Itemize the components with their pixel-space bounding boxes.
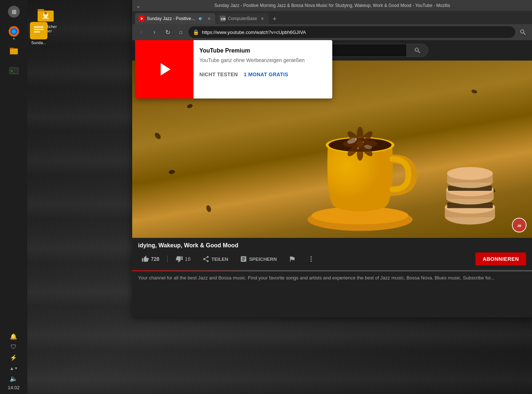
svg-line-22: [524, 33, 525, 35]
youtube-content: YouTube DE: [132, 40, 532, 317]
svg-rect-10: [38, 9, 44, 11]
volume-icon[interactable]: 🔈: [9, 374, 18, 383]
tab-youtube-close[interactable]: ✕: [206, 16, 212, 22]
svg-point-44: [364, 138, 365, 139]
dock-terminal-icon[interactable]: >_: [5, 62, 23, 80]
svg-line-25: [418, 51, 420, 53]
share-button[interactable]: TEILEN: [199, 253, 232, 265]
svg-point-21: [521, 30, 524, 33]
svg-point-59: [310, 256, 311, 258]
dock-browser-icon[interactable]: [5, 23, 23, 40]
svg-text:>_: >_: [11, 69, 15, 73]
like-count: 728: [151, 256, 159, 262]
svg-text:JB: JB: [517, 224, 521, 228]
description-text: Your channel for all the best Jazz and B…: [138, 275, 494, 281]
video-actions: 728 16 TEILEN: [138, 252, 526, 266]
sunda-desktop-icon[interactable]: Sunda...: [30, 22, 47, 45]
time-display: 14:02: [8, 385, 20, 390]
sunda-label: Sunda...: [30, 40, 47, 45]
coffee-cup: [291, 82, 429, 237]
svg-point-43: [357, 147, 359, 149]
tab-computerbase[interactable]: CB ComputerBase ✕: [216, 13, 269, 24]
title-bar: ⌄ Sunday Jazz - Positive Morning Jazz & …: [132, 0, 532, 11]
dock-files-icon[interactable]: [5, 42, 23, 60]
save-button[interactable]: SPEICHERN: [236, 253, 280, 265]
tab-computerbase-label: ComputerBase: [228, 16, 257, 21]
video-info: idying, Wakeup, Work & Good Mood 728: [132, 238, 532, 270]
subscribe-button[interactable]: ABONNIEREN: [475, 252, 526, 266]
dislike-count: 16: [185, 256, 191, 262]
svg-rect-15: [34, 29, 44, 30]
dock-system-icon[interactable]: ⊞: [5, 3, 23, 20]
video-description: Your channel for all the best Jazz and B…: [132, 271, 532, 285]
svg-rect-5: [10, 49, 18, 54]
security-icon: 🔒: [193, 29, 199, 35]
youtube-favicon: [139, 16, 145, 22]
window-title: Sunday Jazz - Positive Morning Jazz & Bo…: [154, 3, 510, 8]
svg-point-42: [363, 142, 364, 143]
svg-point-24: [415, 48, 418, 51]
notification-icon[interactable]: 🔔: [9, 332, 18, 341]
premium-accept-button[interactable]: 1 MONAT GRATIS: [244, 72, 288, 77]
flag-button[interactable]: [285, 253, 299, 265]
more-options-button[interactable]: [304, 253, 318, 265]
macarons: [437, 152, 503, 227]
premium-play-icon: [152, 57, 177, 82]
nav-bar: ‹ › ↻ ⌂ 🔒: [132, 24, 532, 40]
back-button[interactable]: ‹: [136, 27, 147, 38]
dislike-button[interactable]: 16: [172, 253, 194, 265]
svg-point-41: [355, 138, 356, 140]
tab-computerbase-close[interactable]: ✕: [259, 16, 265, 22]
svg-point-61: [310, 260, 311, 262]
yt-search-button[interactable]: [406, 44, 428, 57]
wifi-icon[interactable]: ▲▼: [9, 364, 18, 372]
premium-decline-button[interactable]: NICHT TESTEN: [199, 72, 238, 77]
premium-buttons: NICHT TESTEN 1 MONAT GRATIS: [199, 72, 326, 77]
dock-bottom: 🔔 🛡 ⚡ ▲▼ 🔈 14:02: [8, 332, 20, 394]
premium-title: YouTube Premium: [199, 47, 326, 54]
channel-avatar[interactable]: JB: [512, 218, 527, 232]
action-divider: [167, 255, 168, 263]
premium-popup-content: YouTube Premium YouTube ganz ohne Werbea…: [194, 40, 332, 98]
tab-audio-icon[interactable]: [198, 16, 204, 22]
svg-point-12: [44, 12, 47, 15]
computerbase-favicon: CB: [220, 16, 226, 22]
tab-bar: Sunday Jazz - Positive M ✕ CB ComputerBa…: [132, 11, 532, 24]
share-label: TEILEN: [211, 256, 228, 262]
lightning-icon[interactable]: ⚡: [9, 353, 18, 362]
save-label: SPEICHERN: [249, 256, 277, 262]
browser-window: ⌄ Sunday Jazz - Positive Morning Jazz & …: [132, 0, 532, 317]
shield-icon[interactable]: 🛡: [9, 343, 18, 351]
svg-rect-16: [34, 31, 40, 32]
svg-rect-6: [10, 48, 14, 49]
tab-youtube[interactable]: Sunday Jazz - Positive M ✕: [135, 13, 215, 24]
home-button[interactable]: ⌂: [175, 27, 186, 38]
svg-point-4: [12, 30, 16, 34]
svg-text:CB: CB: [221, 17, 226, 21]
svg-point-55: [447, 167, 493, 180]
premium-popup: YouTube Premium YouTube ganz ohne Werbea…: [135, 40, 332, 98]
title-bar-controls: ⌄: [136, 2, 154, 9]
new-tab-button[interactable]: +: [269, 14, 280, 24]
forward-button[interactable]: ›: [149, 27, 160, 38]
address-bar[interactable]: 🔒: [188, 26, 515, 38]
reload-button[interactable]: ↻: [162, 27, 173, 38]
svg-text:⊞: ⊞: [11, 8, 16, 15]
svg-rect-14: [34, 26, 44, 27]
url-input[interactable]: [202, 30, 511, 35]
video-title: idying, Wakeup, Work & Good Mood: [138, 242, 526, 249]
title-bar-menu[interactable]: ⌄: [136, 3, 141, 9]
search-button[interactable]: [517, 27, 528, 38]
like-button[interactable]: 728: [138, 253, 163, 265]
premium-description: YouTube ganz ohne Werbeanzeigen genießen: [199, 57, 326, 64]
svg-point-60: [310, 258, 311, 259]
tab-youtube-label: Sunday Jazz - Positive M: [147, 16, 196, 21]
folder-image: [37, 5, 54, 23]
left-dock: ⊞ >_ 🔔 🛡 ⚡ ▲▼ 🔈 14:02: [0, 0, 27, 394]
premium-popup-logo: [135, 40, 194, 98]
